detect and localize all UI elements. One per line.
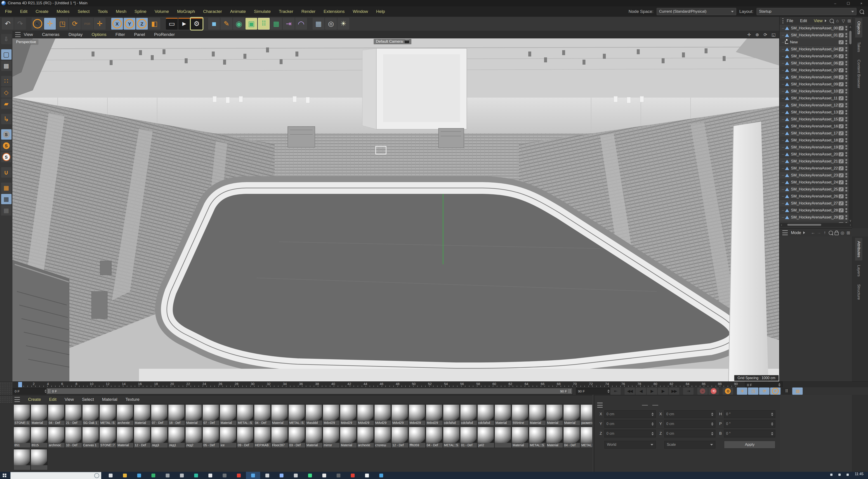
material-item[interactable]: Material [546,427,563,448]
taskbar-app-icon[interactable] [260,472,274,479]
record-keyframe-button[interactable]: ● [698,387,708,395]
material-item[interactable]: 12 - Def [134,427,151,448]
material-item[interactable]: Mdvd29 [323,405,340,425]
material-item[interactable] [31,449,48,470]
visibility-dots-icon[interactable] [845,194,847,199]
menu-item[interactable]: Tools [98,9,107,14]
panel-tab[interactable]: Takes [855,39,862,55]
object-row[interactable]: SM_HockeyArenaAsset_15 [780,116,848,123]
panel-tab[interactable]: Content Browser [855,57,862,92]
add-spline-button[interactable]: ✎ [221,18,232,30]
material-item[interactable]: Material [512,427,529,448]
coordinate-system-button[interactable]: ◧ [149,18,160,30]
material-item[interactable]: Mdvd29 [357,405,374,425]
visibility-dots-icon[interactable] [845,159,847,164]
axis-mode-button[interactable]: ↳ [1,114,11,124]
material-item[interactable]: 555rtine [512,405,529,425]
lock-icon[interactable] [834,230,839,235]
transform-mode-select[interactable]: Scale [664,441,716,448]
material-item[interactable]: Mdvd29 [409,405,426,425]
object-row[interactable]: SM_HockeyArenaAsset_11 [780,95,848,102]
stepper-icon[interactable] [651,413,654,416]
visibility-dots-icon[interactable] [845,47,847,52]
coordinate-system-select[interactable]: World [604,441,656,448]
taskbar-app-icon[interactable] [346,472,360,479]
object-row[interactable]: SM_HockeyArenaAsset_28 [780,207,848,214]
taskbar-search-input[interactable] [10,472,101,479]
material-item[interactable]: лед2 [185,427,202,448]
rotation-field[interactable]: 0 ° [724,410,775,418]
layout-select[interactable]: Startup [756,8,857,15]
visibility-dots-icon[interactable] [845,54,847,59]
layer-toggle-icon[interactable] [839,215,844,219]
taskbar-app-icon[interactable] [317,472,331,479]
material-item[interactable]: Canvas 1 [82,427,99,448]
menu-item[interactable]: Edit [20,9,28,14]
material-item[interactable]: Masddd [306,405,322,425]
polygons-mode-button[interactable]: ▰ [1,98,11,109]
material-menu-item[interactable]: Texture [125,397,140,402]
menu-item[interactable]: Tracker [279,9,293,14]
material-item[interactable]: лед3 [151,427,168,448]
object-row[interactable]: SM_HockeyArenaAsset_21 [780,158,848,165]
material-item[interactable]: 6515 [31,427,48,448]
rotation-field[interactable]: 0 ° [724,420,775,428]
object-row[interactable]: SM_HockeyArenaAsset_24 [780,179,848,186]
taskbar-app-icon[interactable] [331,472,346,479]
preview-range-bar[interactable]: 0 F 90 F [46,388,572,394]
camera-name-label[interactable]: Default Camera [374,39,411,44]
taskbar-app-icon[interactable] [103,472,118,479]
material-menu-item[interactable]: Create [28,397,41,402]
autokey-button[interactable]: ⟲ [708,387,719,395]
object-row[interactable]: SM_HockeyArenaAsset_08 [780,74,848,81]
material-item[interactable]: 07 - Def [151,405,168,425]
layer-toggle-icon[interactable] [839,131,844,135]
material-item[interactable]: Material [495,405,512,425]
visibility-dots-icon[interactable] [845,215,847,220]
taskbar-app-icon[interactable] [217,472,232,479]
add-camera-button[interactable]: ◎ [325,18,337,30]
menu-icon[interactable] [14,397,20,402]
menu-icon[interactable] [782,18,783,23]
object-row[interactable]: SM_HockeyArenaAsset_26 [780,193,848,200]
menu-icon[interactable] [782,230,788,235]
material-item[interactable]: Material [185,405,202,425]
material-item[interactable]: 03 - Def [288,427,305,448]
snap-modes-button[interactable]: S [1,152,11,162]
object-row[interactable]: SM_HockeyArenaAsset_29 [780,214,848,221]
object-row[interactable]: SM_HockeyArenaAsset_12 [780,102,848,109]
menu-item[interactable]: Volume [155,9,169,14]
taskbar-app-icon[interactable] [189,472,203,479]
object-row[interactable]: SM_HockeyArenaAsset_27 [780,200,848,207]
frame-spinner[interactable]: 0 F [745,382,782,388]
material-item[interactable]: METAL::S [288,405,305,425]
material-item[interactable]: 05 - Def [203,427,219,448]
history-icon[interactable]: ◎ [839,230,845,235]
material-item[interactable]: лед1 [168,427,185,448]
add-floor-button[interactable]: ▦ [313,18,324,30]
material-item[interactable]: 04 - Def [254,405,271,425]
toggle-view-icon[interactable]: ◱ [770,32,777,37]
material-item[interactable]: Material [340,427,357,448]
maximize-button[interactable]: ▢ [842,0,855,6]
search-icon[interactable] [829,18,835,24]
preview-range-track[interactable]: 0 F 90 F [46,388,573,394]
drag-grip[interactable] [0,395,13,404]
object-list-hscrollbar[interactable]: ‹ › [780,223,852,227]
object-row[interactable]: SM_HockeyArenaAsset_01 [780,32,848,39]
material-item[interactable]: Material [220,405,237,425]
up-icon[interactable]: ↑ [822,230,828,235]
menu-item[interactable]: Character [203,9,222,14]
drag-grip[interactable] [0,382,13,387]
size-field[interactable]: 0 cm [664,420,716,428]
layer-toggle-icon[interactable] [839,159,844,163]
object-row[interactable]: SM_HockeyArenaAsset_17 [780,130,848,137]
visibility-dots-icon[interactable] [845,40,847,44]
menu-item[interactable]: MoGraph [177,9,195,14]
object-row[interactable]: SM_HockeyArenaAsset_19 [780,144,848,151]
viewport-canvas[interactable] [12,38,779,381]
visibility-dots-icon[interactable] [845,117,847,122]
panel-tab[interactable]: Attributes [855,238,862,260]
panel-tab[interactable]: Structure [855,281,862,303]
filter-icon[interactable]: ▽ [840,18,846,24]
